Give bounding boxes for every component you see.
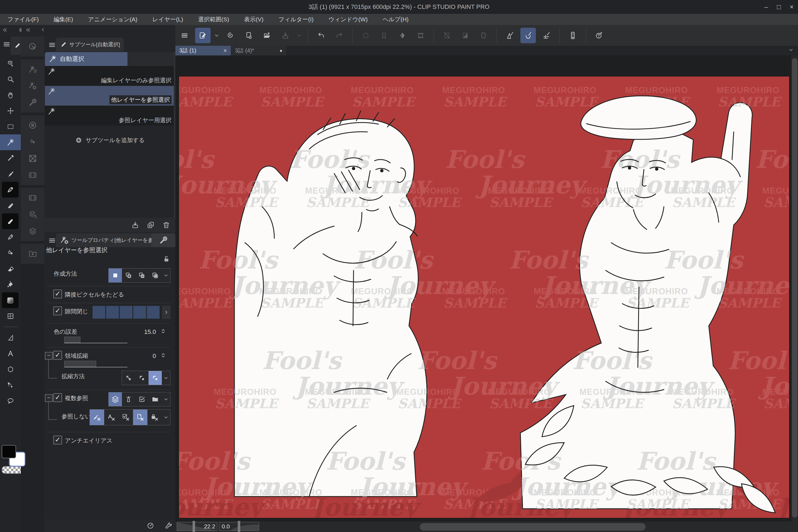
animation-cels-panel-icon[interactable]	[21, 190, 44, 206]
zoom-slider-handle[interactable]	[193, 521, 195, 532]
area-scaling-checkbox[interactable]: ✓	[53, 351, 62, 360]
color-margin-spinner[interactable]	[160, 328, 167, 335]
collapse-strip-icon[interactable]	[40, 26, 46, 33]
clip-studio-icon[interactable]	[223, 28, 238, 43]
invert-selection-button[interactable]	[395, 28, 410, 43]
snap-grid-button[interactable]	[539, 28, 554, 43]
save-button[interactable]	[278, 28, 293, 43]
menu-edit[interactable]: 編集(E)	[46, 14, 81, 25]
color-mixing-panel-icon[interactable]	[21, 150, 44, 167]
area-scaling-slider[interactable]	[64, 360, 128, 367]
transparent-color-swatch[interactable]	[2, 466, 24, 474]
rotate-slider[interactable]: 0.0	[219, 522, 259, 531]
chevron-down-icon[interactable]	[162, 371, 170, 385]
close-gap-segment[interactable]	[93, 306, 105, 319]
quick-nav-panel-icon[interactable]	[21, 38, 44, 55]
save-chevron[interactable]	[295, 28, 303, 43]
chevron-down-icon[interactable]	[162, 392, 170, 406]
text-tool[interactable]	[0, 345, 21, 361]
show-outside-selection-button[interactable]	[457, 28, 473, 43]
companion-mode-button[interactable]	[565, 28, 581, 43]
area-scaling-value[interactable]: 0	[153, 353, 156, 360]
menu-selection[interactable]: 選択範囲(S)	[191, 14, 236, 25]
import-icon[interactable]	[131, 221, 139, 229]
exclude-locked-icon[interactable]	[147, 410, 162, 425]
subtool-panel-icon[interactable]	[21, 61, 44, 78]
color-margin-slider[interactable]	[64, 336, 128, 343]
exclude-editing-icon[interactable]	[119, 410, 133, 425]
marker-pen-tool[interactable]	[0, 166, 21, 182]
scaling-square-button[interactable]	[122, 371, 135, 385]
subtool-panel-menu-icon[interactable]	[48, 41, 56, 49]
undo-button[interactable]	[314, 28, 329, 43]
color-set-panel-icon[interactable]	[21, 134, 44, 150]
subtool-item[interactable]: 編集レイヤーのみ参照選択	[45, 66, 174, 86]
delete-icon[interactable]	[162, 221, 170, 229]
rotate-slider-handle[interactable]	[238, 521, 240, 532]
new-document-button[interactable]	[241, 28, 256, 43]
adjacent-pixels-checkbox[interactable]: ✓	[53, 289, 62, 299]
main-color-swatch[interactable]	[2, 445, 16, 458]
material-panel-icon[interactable]	[21, 246, 44, 262]
intersect-selection-button[interactable]	[149, 268, 162, 282]
exclude-draft-icon[interactable]	[90, 410, 104, 425]
collapse-dock-icon[interactable]	[25, 26, 32, 33]
timeline-panel-icon[interactable]	[21, 167, 44, 184]
layer-property-panel-icon[interactable]	[21, 206, 44, 223]
snap-special-ruler-button[interactable]	[520, 28, 536, 43]
exclude-paper-icon[interactable]	[133, 410, 147, 425]
brush-size-dial-icon[interactable]	[146, 521, 155, 530]
selection-launcher-button[interactable]	[476, 28, 491, 43]
layer-panel-icon[interactable]	[21, 223, 44, 240]
brush-size-panel-icon[interactable]	[21, 94, 44, 111]
subtool-group-tab[interactable]: 自動選択	[45, 52, 131, 66]
scaling-round-button[interactable]	[135, 371, 149, 385]
fountain-pen-tool[interactable]	[0, 229, 21, 245]
frame-border-tool[interactable]	[0, 308, 21, 324]
g-pen-tool[interactable]	[2, 182, 19, 197]
close-gap-segments[interactable]	[93, 306, 160, 319]
ref-selected-layers-button[interactable]	[135, 392, 149, 406]
hide-selection-border-button[interactable]	[439, 28, 455, 43]
duplicate-icon[interactable]	[147, 221, 155, 229]
close-gap-segment[interactable]	[147, 306, 159, 319]
zoom-tool[interactable]	[0, 71, 21, 87]
fill-tool[interactable]	[0, 277, 21, 292]
move-tool[interactable]	[0, 103, 21, 119]
operation-tool[interactable]	[0, 55, 21, 71]
watercolor-tool[interactable]	[0, 245, 21, 261]
menu-window[interactable]: ウィンドウ(W)	[321, 14, 375, 25]
snap-ruler-button[interactable]	[502, 28, 518, 43]
tab-list-chevron-icon[interactable]	[788, 47, 794, 53]
reselect-button[interactable]	[376, 28, 392, 43]
eyedropper-tool[interactable]	[0, 150, 21, 166]
ruler-tool[interactable]	[0, 330, 21, 345]
minimize-button[interactable]: –	[760, 0, 773, 14]
ink-brush-tool[interactable]	[2, 213, 19, 229]
menu-filter[interactable]: フィルター(I)	[271, 14, 321, 25]
close-gap-segment[interactable]	[106, 306, 119, 319]
ref-all-layers-button[interactable]	[109, 392, 122, 406]
tool-home-button[interactable]	[195, 28, 211, 43]
close-gap-segment[interactable]	[120, 306, 132, 319]
menu-layer[interactable]: レイヤー(L)	[145, 14, 191, 25]
unlock-icon[interactable]	[162, 255, 170, 263]
deselect-button[interactable]	[358, 28, 374, 43]
close-gap-expand-icon[interactable]	[162, 306, 170, 319]
horizontal-scrollbar[interactable]	[420, 523, 646, 531]
subtract-selection-button[interactable]	[135, 268, 149, 282]
open-file-button[interactable]	[259, 28, 275, 43]
redo-button[interactable]	[332, 28, 347, 43]
add-subtool-button[interactable]: サブツールを追加する	[44, 136, 175, 144]
hand-tool[interactable]	[0, 87, 21, 103]
ref-reference-layer-button[interactable]	[122, 392, 135, 406]
subtool-item[interactable]: 参照レイヤー用選択	[45, 106, 174, 126]
add-selection-button[interactable]	[122, 268, 135, 282]
chevron-down-icon[interactable]	[162, 268, 170, 282]
close-button[interactable]: ×	[785, 0, 798, 14]
object-tool[interactable]	[0, 377, 21, 393]
canvas-viewport[interactable]: MEGUROHIROSAMPLEMEGUROHIROSAMPLEMEGUROHI…	[175, 55, 798, 532]
menu-animation[interactable]: アニメーション(A)	[81, 14, 145, 25]
figure-tool[interactable]	[0, 361, 21, 377]
selection-tool[interactable]	[0, 119, 21, 134]
